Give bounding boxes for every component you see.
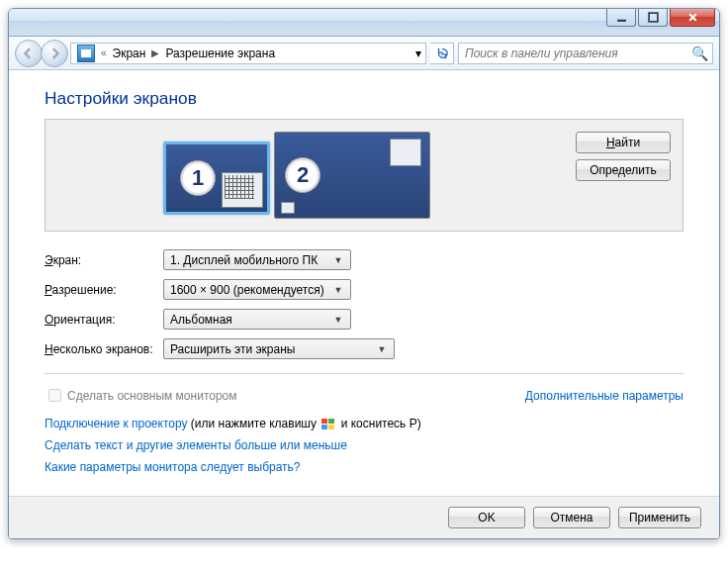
chevron-left-icon: « [99,48,109,58]
multiple-label: Несколько экранов: [45,342,163,356]
orientation-label: Ориентация: [45,313,163,327]
projector-link[interactable]: Подключение к проектору [45,417,188,430]
navbar: « Экран ▶ Разрешение экрана ▾ 🔍 [9,37,719,70]
chevron-down-icon: ▼ [330,285,346,295]
monitor-number: 1 [180,160,216,196]
monitor-1[interactable]: 1 [163,142,270,215]
advanced-link[interactable]: Дополнительные параметры [525,389,683,403]
text-size-link[interactable]: Сделать текст и другие элементы больше и… [45,438,347,452]
window-thumb-icon [390,139,421,166]
chevron-down-icon: ▼ [330,315,346,325]
breadcrumb[interactable]: « Экран ▶ Разрешение экрана ▾ [70,43,426,64]
primary-monitor-label: Сделать основным монитором [67,389,237,403]
control-panel-icon [77,45,95,62]
detect-button[interactable]: Определить [576,159,671,181]
orientation-combo[interactable]: Альбомная▼ [163,309,351,330]
titlebar [9,9,719,37]
back-button[interactable] [15,40,43,67]
search-box[interactable]: 🔍 [458,43,713,64]
windows-logo-icon [321,419,335,430]
content: Настройки экранов 1 2 Найти Определить [9,70,719,496]
breadcrumb-part[interactable]: Экран [109,47,150,60]
breadcrumb-dropdown[interactable]: ▾ [410,47,425,60]
search-input[interactable] [463,46,691,61]
monitor-number: 2 [285,157,320,193]
dialog-footer: OK Отмена Применить [9,496,719,538]
monitor-2[interactable]: 2 [274,132,430,219]
svg-rect-1 [649,13,658,22]
multiple-combo[interactable]: Расширить эти экраны▼ [163,338,395,359]
cancel-button[interactable]: Отмена [533,507,610,528]
separator [45,373,683,374]
apply-button[interactable]: Применить [618,507,701,528]
resolution-combo[interactable]: 1600 × 900 (рекомендуется)▼ [163,279,351,300]
maximize-button[interactable] [638,9,668,27]
projector-line: Подключение к проектору (или нажмите кла… [45,417,683,430]
ok-button[interactable]: OK [448,507,525,528]
chevron-down-icon: ▼ [374,344,390,354]
display-combo[interactable]: 1. Дисплей мобильного ПК▼ [163,249,351,270]
close-button[interactable] [670,9,715,27]
display-preview: 1 2 Найти Определить [45,119,683,232]
svg-rect-0 [617,20,626,22]
display-label: Экран: [45,253,163,267]
find-button[interactable]: Найти [576,132,671,153]
window-thumb-icon [222,172,263,208]
search-icon[interactable]: 🔍 [691,46,708,61]
page-title: Настройки экранов [45,88,683,109]
which-monitor-link[interactable]: Какие параметры монитора следует выбрать… [45,460,301,474]
chevron-right-icon: ▶ [149,48,161,58]
breadcrumb-part[interactable]: Разрешение экрана [161,47,279,60]
resolution-label: Разрешение: [45,283,163,297]
forward-button[interactable] [41,40,68,67]
chevron-down-icon: ▼ [330,255,346,265]
refresh-button[interactable] [430,43,454,64]
minimize-button[interactable] [606,9,636,27]
window-thumb-icon [281,202,295,214]
primary-monitor-checkbox[interactable] [48,389,61,402]
window: « Экран ▶ Разрешение экрана ▾ 🔍 Настройк… [8,8,720,539]
